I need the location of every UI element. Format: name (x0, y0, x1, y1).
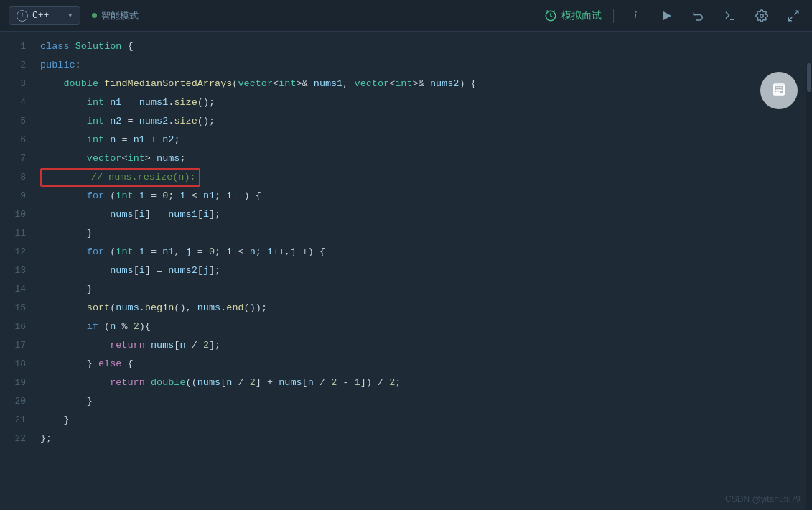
floating-action-button[interactable] (760, 72, 798, 109)
toolbar: i C++ ▾ 智能模式 模拟面试 i (0, 0, 812, 32)
line-number: 6 (0, 131, 26, 149)
table-row: class Solution { (40, 37, 812, 56)
svg-line-4 (788, 17, 792, 20)
table-row: double findMedianSortedArrays(vector<int… (40, 75, 812, 93)
line-number: 16 (0, 317, 26, 336)
watermark: CSDN @yitahutu79 (725, 494, 801, 504)
table-row: nums[i] = nums1[i]; (40, 205, 812, 224)
smart-mode[interactable]: 智能模式 (92, 9, 139, 22)
clock-icon (544, 9, 557, 22)
mock-interview-label: 模拟面试 (561, 9, 602, 22)
line-number: 8 (0, 168, 26, 187)
line-number: 3 (0, 75, 26, 93)
chevron-down-icon: ▾ (67, 11, 73, 20)
highlighted-line-box: // nums.resize(n); (40, 168, 200, 187)
table-row: int n1 = nums1.size(); (40, 93, 812, 112)
line-number: 10 (0, 205, 26, 224)
info-button[interactable]: i (625, 6, 645, 26)
line-number: 5 (0, 112, 26, 131)
table-row: }; (40, 430, 812, 448)
line-number: 9 (0, 187, 26, 205)
code-content[interactable]: class Solution {public: double findMedia… (34, 32, 812, 510)
table-row: if (n % 2){ (40, 317, 812, 336)
table-row: } (40, 392, 812, 411)
table-row: } (40, 280, 812, 299)
table-row: return double((nums[n / 2] + nums[n / 2 … (40, 374, 812, 392)
table-row: for (int i = n1, j = 0; i < n; i++,j++) … (40, 243, 812, 261)
divider (613, 9, 614, 23)
toolbar-right: 模拟面试 i (544, 6, 803, 26)
scrollbar-thumb[interactable] (807, 63, 811, 92)
svg-line-3 (795, 11, 798, 14)
mock-interview-button[interactable]: 模拟面试 (544, 9, 602, 22)
language-selector[interactable]: i C++ ▾ (9, 6, 80, 25)
table-row: sort(nums.begin(), nums.end()); (40, 299, 812, 317)
line-number: 15 (0, 299, 26, 317)
fullscreen-button[interactable] (783, 6, 803, 26)
line-number: 19 (0, 374, 26, 392)
table-row: } (40, 411, 812, 430)
smart-mode-dot (92, 13, 97, 18)
run-button[interactable] (657, 6, 677, 26)
settings-button[interactable] (752, 6, 772, 26)
table-row: int n2 = nums2.size(); (40, 112, 812, 131)
table-row: // nums.resize(n); (40, 168, 812, 187)
table-row: public: (40, 56, 812, 75)
scrollbar-track[interactable] (806, 63, 812, 510)
svg-point-2 (760, 14, 764, 17)
line-number: 18 (0, 355, 26, 374)
table-row: return nums[n / 2]; (40, 336, 812, 355)
line-number: 21 (0, 411, 26, 430)
info-icon: i (17, 10, 28, 22)
line-number: 14 (0, 280, 26, 299)
line-number: 2 (0, 56, 26, 75)
line-number: 4 (0, 93, 26, 112)
table-row: } else { (40, 355, 812, 374)
undo-button[interactable] (689, 6, 709, 26)
line-number: 20 (0, 392, 26, 411)
table-row: } (40, 224, 812, 243)
table-row: vector<int> nums; (40, 149, 812, 168)
terminal-button[interactable] (720, 6, 740, 26)
book-icon (770, 82, 788, 99)
line-number: 22 (0, 430, 26, 448)
line-number: 13 (0, 261, 26, 280)
code-area: 12345678910111213141516171819202122 clas… (0, 32, 812, 510)
table-row: nums[i] = nums2[j]; (40, 261, 812, 280)
line-number: 7 (0, 149, 26, 168)
line-number: 1 (0, 37, 26, 56)
line-number: 11 (0, 224, 26, 243)
line-number: 17 (0, 336, 26, 355)
line-numbers: 12345678910111213141516171819202122 (0, 32, 34, 510)
language-label: C++ (32, 10, 49, 21)
table-row: int n = n1 + n2; (40, 131, 812, 149)
table-row: for (int i = 0; i < n1; i++) { (40, 187, 812, 205)
smart-mode-label: 智能模式 (101, 9, 139, 22)
line-number: 12 (0, 243, 26, 261)
